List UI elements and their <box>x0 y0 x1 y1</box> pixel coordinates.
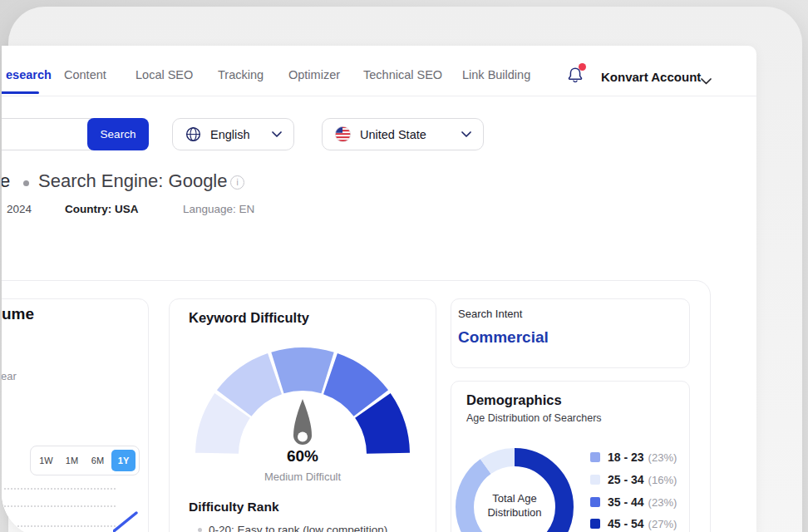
legend-swatch <box>590 497 600 507</box>
language-chevron-down-icon <box>272 131 282 138</box>
difficulty-gauge <box>170 334 436 462</box>
difficulty-value: 60% <box>169 447 436 466</box>
demographics-subtitle: Age Distribution of Searchers <box>466 412 602 424</box>
meta-year: 2024 <box>7 203 32 215</box>
meta-country: Country: USA <box>65 203 139 215</box>
app-page: esearch Content Local SEO Tracking Optim… <box>2 46 756 532</box>
chart-gridline <box>2 505 116 507</box>
legend-item-35-44: 35 - 44 (23%) <box>590 495 677 509</box>
nav-tab-content[interactable]: Content <box>64 68 106 81</box>
info-icon[interactable]: i <box>230 175 244 190</box>
country-chevron-down-icon <box>461 131 471 138</box>
page-title: Search Engine: Google <box>38 170 228 192</box>
legend-swatch <box>590 475 600 485</box>
search-button[interactable]: Search <box>87 118 149 150</box>
globe-icon <box>185 126 202 143</box>
language-dropdown[interactable]: English <box>172 118 294 150</box>
legend-swatch <box>590 519 600 529</box>
volume-subtitle-fragment: ear <box>2 370 17 382</box>
gauge-needle-icon <box>293 399 312 445</box>
search-intent-value: Commercial <box>458 328 549 347</box>
volume-title-fragment: ume <box>2 305 34 323</box>
chart-gridline <box>2 525 116 527</box>
legend-item-18-23: 18 - 23 (23%) <box>590 451 677 464</box>
nav-tab-optimizer[interactable]: Optimizer <box>288 68 340 81</box>
nav-tab-technical-seo[interactable]: Technical SEO <box>363 68 442 81</box>
range-1y-selected[interactable]: 1Y <box>111 450 135 471</box>
difficulty-rank-item: 0-20: Easy to rank (low competition) <box>198 524 387 532</box>
country-value: United State <box>360 128 453 141</box>
demographics-title: Demographics <box>466 392 562 408</box>
keyword-title-fragment: e <box>2 170 10 192</box>
donut-center-label: Total Age Distribution <box>456 491 574 520</box>
bullet-icon <box>198 528 202 532</box>
nav-tab-link-building[interactable]: Link Building <box>462 68 530 81</box>
chart-gridline <box>2 488 116 490</box>
range-6m[interactable]: 6M <box>86 450 110 471</box>
language-value: English <box>210 128 264 141</box>
legend-item-45-54: 45 - 54 (27%) <box>590 517 677 530</box>
nav-tab-research[interactable]: esearch <box>6 68 52 81</box>
nav-tab-local-seo[interactable]: Local SEO <box>135 68 193 81</box>
country-dropdown[interactable]: United State <box>322 118 484 150</box>
difficulty-rank-title: Difficulty Rank <box>189 500 279 515</box>
account-chevron-down-icon <box>701 73 712 88</box>
time-range-selector: 1W 1M 6M 1Y <box>30 446 140 475</box>
range-1m[interactable]: 1M <box>60 450 84 471</box>
volume-trend-line <box>113 510 138 532</box>
range-1w[interactable]: 1W <box>34 450 58 471</box>
difficulty-title: Keyword Difficulty <box>189 310 309 326</box>
search-volume-card <box>2 298 149 532</box>
meta-language: Language: EN <box>183 203 254 215</box>
legend-swatch <box>590 452 600 462</box>
title-separator-dot <box>23 180 29 186</box>
nav-tab-tracking[interactable]: Tracking <box>218 68 264 81</box>
account-menu[interactable]: Konvart Account <box>601 70 701 84</box>
difficulty-level: Medium Difficult <box>169 470 436 483</box>
active-tab-underline <box>2 91 39 94</box>
nav-divider <box>2 96 756 96</box>
notification-dot <box>579 63 586 71</box>
legend-item-25-34: 25 - 34 (16%) <box>590 473 677 486</box>
us-flag-icon <box>334 126 352 143</box>
search-intent-title: Search Intent <box>458 308 522 320</box>
